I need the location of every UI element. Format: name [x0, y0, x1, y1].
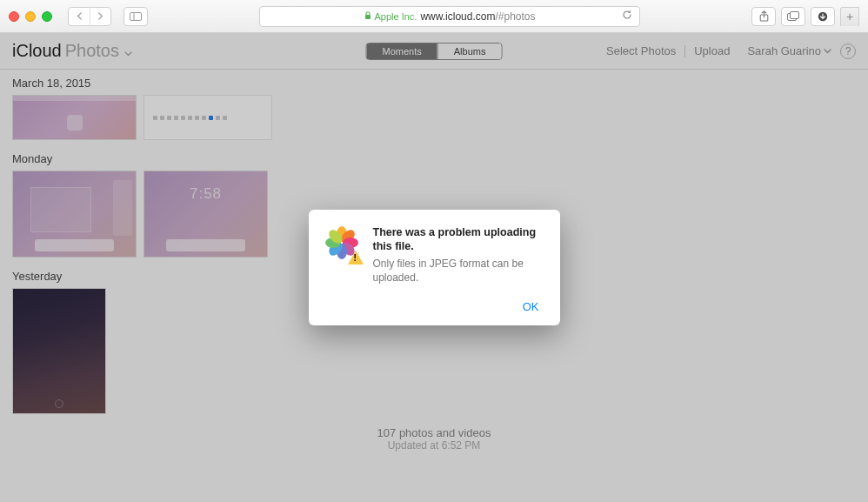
sidebar-toggle-button[interactable]: [124, 7, 148, 26]
tabs-overview-button[interactable]: [781, 7, 805, 26]
address-path: /#photos: [495, 10, 535, 23]
back-button[interactable]: [69, 7, 90, 26]
address-cert-name: Apple Inc.: [375, 11, 417, 22]
modal-backdrop[interactable]: There was a problem uploading this file.…: [0, 33, 868, 502]
dialog-title: There was a problem uploading this file.: [373, 225, 544, 253]
warning-badge-icon: [348, 251, 364, 264]
lock-icon: [364, 11, 371, 22]
dialog-subtitle: Only files in JPEG format can be uploade…: [373, 258, 544, 285]
address-bar[interactable]: Apple Inc. www.icloud.com/#photos: [259, 6, 640, 27]
close-window-button[interactable]: [9, 11, 19, 22]
window-controls: [9, 11, 52, 22]
ok-button[interactable]: OK: [517, 297, 544, 317]
error-dialog: There was a problem uploading this file.…: [309, 210, 560, 326]
downloads-button[interactable]: [811, 7, 835, 26]
share-button[interactable]: [751, 7, 776, 26]
svg-rect-5: [791, 12, 799, 19]
nav-back-forward-group: [68, 7, 111, 26]
browser-toolbar: Apple Inc. www.icloud.com/#photos +: [0, 0, 868, 33]
minimize-window-button[interactable]: [25, 11, 36, 22]
photos-app-icon: [324, 225, 361, 262]
browser-right-controls: +: [751, 7, 859, 26]
svg-rect-0: [130, 12, 142, 20]
page-body: iCloud Photos Moments Albums Select Phot…: [0, 33, 868, 502]
svg-rect-2: [365, 15, 371, 19]
reload-button[interactable]: [622, 10, 632, 23]
zoom-window-button[interactable]: [42, 11, 52, 22]
address-host: www.icloud.com: [420, 10, 495, 23]
new-tab-button[interactable]: +: [840, 7, 859, 26]
forward-button[interactable]: [90, 7, 110, 26]
